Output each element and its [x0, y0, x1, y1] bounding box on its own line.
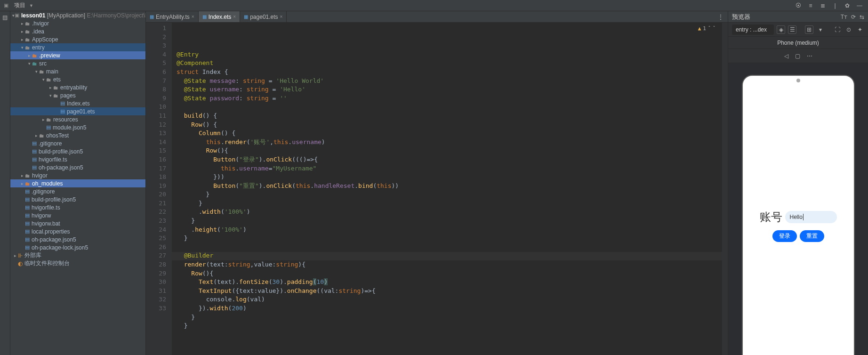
tree-item[interactable]: ▸🖿AppScope	[10, 35, 145, 43]
project-label[interactable]: 项目	[14, 1, 25, 9]
phone-login-button[interactable]: 登录	[772, 230, 797, 242]
settings-icon[interactable]: ⇆	[860, 14, 864, 20]
code-editor[interactable]: 1234567891011121314151617181920212223242…	[146, 23, 728, 355]
back-icon[interactable]: ◁	[784, 53, 788, 59]
tree-item[interactable]: ▤module.json5	[10, 123, 145, 131]
inspector-icon[interactable]: ◈	[777, 25, 785, 34]
tree-item[interactable]: ▸🖿ohosTest	[10, 131, 145, 139]
prev-highlight-icon[interactable]: ˆ	[708, 24, 711, 33]
tree-item[interactable]: ▤hvigorw.bat	[10, 219, 145, 227]
tree-item[interactable]: ▤hvigorw	[10, 211, 145, 219]
layers-icon[interactable]: ☰	[788, 25, 796, 34]
tree-item[interactable]: ▸🖿hvigor	[10, 171, 145, 179]
error-stripe[interactable]	[722, 23, 728, 355]
chevron-icon[interactable]: ▸	[26, 53, 32, 58]
tree-item[interactable]: ▤.gitignore	[10, 139, 145, 147]
tree-item[interactable]: ▤build-profile.json5	[10, 147, 145, 155]
tree-item[interactable]: ▤build-profile.json5	[10, 195, 145, 203]
chevron-icon[interactable]: ▾	[48, 93, 53, 98]
chevron-icon[interactable]: ▸	[40, 117, 46, 122]
grid-icon[interactable]: ⊞	[805, 25, 813, 34]
tree-label: hvigorw	[32, 212, 51, 219]
chevron-icon[interactable]: ▾	[19, 45, 25, 50]
tree-item[interactable]: ▸🖿entryability	[10, 83, 145, 91]
tree-label: .gitignore	[39, 140, 62, 147]
project-tree[interactable]: ▾ ▣ lesson01 [MyApplication] E:\HarmonyO…	[10, 11, 146, 355]
chevron-icon[interactable]: ▾	[40, 77, 46, 82]
tree-item[interactable]: ▾🖿ets	[10, 75, 145, 83]
refresh-icon[interactable]: ⟳	[851, 14, 856, 20]
folder-icon: 🖿	[25, 37, 30, 42]
next-highlight-icon[interactable]: ˇ	[713, 24, 715, 33]
chevron-icon[interactable]: ▸	[19, 37, 25, 42]
close-tab-icon[interactable]: ×	[233, 14, 236, 19]
close-tab-icon[interactable]: ×	[280, 14, 283, 19]
tree-item[interactable]: ▾🖿pages	[10, 91, 145, 99]
chevron-icon[interactable]: ▸	[19, 181, 25, 186]
chevron-icon[interactable]: ▸	[33, 133, 39, 138]
tree-temp[interactable]: ◐ 临时文件和控制台	[10, 259, 145, 267]
tree-item[interactable]: ▾🖿src	[10, 59, 145, 67]
tree-item[interactable]: ▤hvigorfile.ts	[10, 155, 145, 163]
tree-item[interactable]: ▤hvigorfile.ts	[10, 203, 145, 211]
folder-icon: 🖿	[25, 45, 30, 50]
tree-item[interactable]: ▾🖿entry	[10, 43, 145, 51]
tree-label: .gitignore	[32, 188, 55, 195]
file-json-icon: ▤	[46, 124, 51, 130]
fit-icon[interactable]: ⛶	[833, 25, 842, 34]
tree-item[interactable]: ▾🖿main	[10, 67, 145, 75]
phone-reset-button[interactable]: 重置	[800, 230, 824, 242]
folder-icon: 🖿	[25, 29, 30, 34]
settings-gear-icon[interactable]: ✿	[844, 2, 851, 9]
gutter[interactable]: 1234567891011121314151617181920212223242…	[146, 23, 172, 355]
tree-root[interactable]: ▾ ▣ lesson01 [MyApplication] E:\HarmonyO…	[10, 11, 145, 19]
expand-all-icon[interactable]: ≡	[807, 2, 814, 9]
preview-breadcrumb[interactable]: entry : ...dex	[732, 24, 774, 35]
editor-tab[interactable]: ▦Index.ets×	[199, 11, 241, 22]
tree-item[interactable]: ▸🖿resources	[10, 115, 145, 123]
tree-item[interactable]: ▤oh-package-lock.json5	[10, 243, 145, 251]
close-tab-icon[interactable]: ×	[192, 14, 194, 19]
phone-text-input[interactable]: Hello	[785, 211, 837, 223]
more-icon[interactable]: ✦	[856, 25, 864, 34]
device-selector[interactable]: Phone (medium)	[728, 37, 868, 49]
tabs-more-icon[interactable]: ⋮	[717, 13, 724, 21]
folder-teal-icon: 🖿	[32, 61, 37, 66]
editor-tab[interactable]: ▦page01.ets×	[240, 11, 287, 22]
tree-item[interactable]: ▤.gitignore	[10, 187, 145, 195]
tree-item[interactable]: ▸🖿.idea	[10, 27, 145, 35]
tree-item[interactable]: ▸🖿.preview	[10, 51, 145, 59]
tree-item[interactable]: ▤local.properties	[10, 227, 145, 235]
editor-tab[interactable]: ▦EntryAbility.ts×	[146, 11, 199, 22]
tree-item[interactable]: ▤page01.ets	[10, 107, 145, 115]
font-size-icon[interactable]: Tᴛ	[841, 14, 847, 20]
more-h-icon[interactable]: ⋯	[807, 53, 812, 59]
inspection-badge[interactable]: ▲ 1 ˆ ˇ	[698, 24, 715, 33]
tree-item[interactable]: ▤oh-package.json5	[10, 235, 145, 243]
project-dropdown-icon[interactable]: ▼	[29, 3, 33, 8]
hide-icon[interactable]: —	[856, 2, 863, 9]
tree-label: module.json5	[53, 124, 86, 131]
tree-ext-lib[interactable]: ▸ ⊪ 外部库	[10, 251, 145, 259]
chevron-icon[interactable]: ▾	[33, 69, 39, 74]
collapse-all-icon[interactable]: ≣	[819, 2, 827, 9]
locate-icon[interactable]: ⦿	[795, 2, 802, 9]
chevron-icon[interactable]: ▸	[19, 29, 25, 34]
chevron-icon[interactable]: ▸	[19, 21, 25, 26]
rotate-icon[interactable]: ▢	[795, 53, 800, 59]
structure-icon[interactable]: ▤	[1, 14, 9, 21]
dropdown-icon[interactable]: ▾	[816, 25, 825, 34]
code-body[interactable]: @Entry@Componentstruct Index { @State me…	[172, 23, 722, 355]
tree-item[interactable]: ▸🖿.hvigor	[10, 19, 145, 27]
temp-label: 临时文件和控制台	[24, 259, 70, 267]
tree-item[interactable]: ▸🖿oh_modules	[10, 179, 145, 187]
chevron-icon[interactable]: ▸	[48, 85, 53, 90]
chevron-icon[interactable]: ▸	[19, 173, 25, 178]
zoom-icon[interactable]: ⊙	[844, 25, 853, 34]
file-ets-icon: ▤	[60, 108, 65, 114]
tree-item[interactable]: ▤Index.ets	[10, 99, 145, 107]
chevron-icon[interactable]: ▸	[12, 253, 18, 258]
tree-item[interactable]: ▤oh-package.json5	[10, 163, 145, 171]
chevron-icon[interactable]: ▾	[26, 61, 32, 66]
tree-label: ets	[53, 76, 61, 83]
